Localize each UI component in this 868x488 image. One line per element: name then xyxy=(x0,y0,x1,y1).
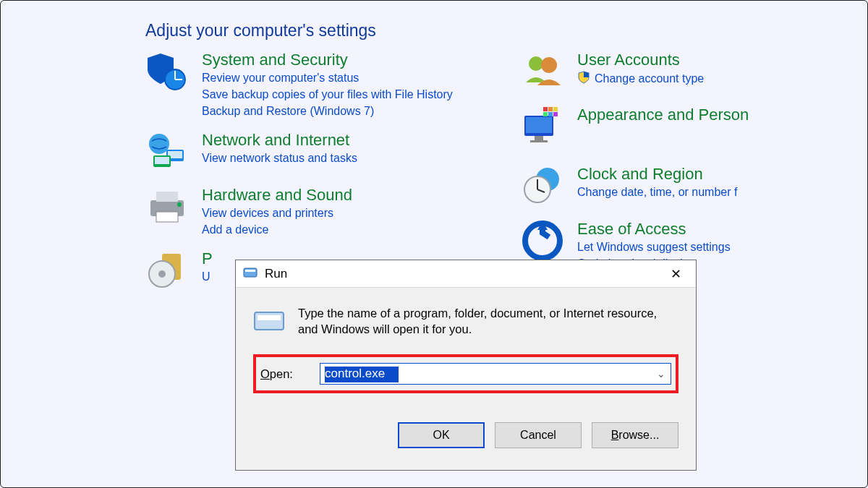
category-clock-region: Clock and Region Change date, time, or n… xyxy=(521,165,867,208)
run-icon xyxy=(253,305,285,340)
ease-access-icon xyxy=(521,220,564,263)
category-title[interactable]: Appearance and Person xyxy=(577,106,749,124)
category-title[interactable]: P xyxy=(202,249,213,268)
category-link[interactable]: View network status and tasks xyxy=(202,151,357,166)
svg-rect-31 xyxy=(255,312,284,330)
category-user-accounts: User Accounts Change account type xyxy=(521,51,867,94)
page-title: Adjust your computer's settings xyxy=(1,1,867,51)
svg-rect-19 xyxy=(543,107,548,111)
cancel-button[interactable]: Cancel xyxy=(495,422,582,448)
category-hardware-sound: Hardware and Sound View devices and prin… xyxy=(145,186,492,238)
run-title: Run xyxy=(265,267,654,281)
category-link[interactable]: Change date, time, or number f xyxy=(577,185,737,200)
svg-rect-17 xyxy=(535,136,543,140)
users-icon xyxy=(521,51,564,94)
category-title[interactable]: System and Security xyxy=(202,51,453,69)
svg-rect-16 xyxy=(526,117,552,133)
svg-rect-5 xyxy=(155,157,169,164)
svg-point-1 xyxy=(149,134,169,154)
category-system-security: System and Security Review your computer… xyxy=(145,51,492,119)
uac-shield-icon xyxy=(577,71,590,87)
globe-network-icon xyxy=(145,131,189,174)
monitor-palette-icon xyxy=(521,106,564,149)
category-link[interactable]: View devices and printers xyxy=(202,206,352,221)
category-title[interactable]: User Accounts xyxy=(577,51,704,69)
svg-rect-24 xyxy=(553,112,558,116)
svg-rect-18 xyxy=(530,140,548,142)
run-titlebar[interactable]: Run ✕ xyxy=(236,260,696,288)
browse-button[interactable]: Browse... xyxy=(592,422,678,448)
category-link[interactable]: Backup and Restore (Windows 7) xyxy=(202,104,453,119)
category-title[interactable]: Ease of Access xyxy=(577,220,731,239)
svg-point-9 xyxy=(177,202,182,207)
category-link[interactable]: Let Windows suggest settings xyxy=(577,240,731,255)
svg-point-14 xyxy=(541,57,557,73)
open-label: Open: xyxy=(260,367,305,381)
svg-rect-30 xyxy=(245,270,255,272)
svg-rect-29 xyxy=(244,268,257,277)
category-link[interactable]: Save backup copies of your files with Fi… xyxy=(202,87,453,103)
category-link[interactable]: Change account type xyxy=(595,72,704,87)
open-row-highlight: Open: ⌄ xyxy=(253,354,678,393)
svg-rect-20 xyxy=(548,107,553,111)
category-network-internet: Network and Internet View network status… xyxy=(145,131,492,174)
svg-rect-32 xyxy=(258,315,281,320)
svg-rect-23 xyxy=(548,112,553,116)
printer-icon xyxy=(145,186,189,229)
category-title[interactable]: Network and Internet xyxy=(202,131,357,150)
svg-rect-7 xyxy=(156,192,178,202)
ok-button[interactable]: OK xyxy=(398,422,485,448)
run-app-icon xyxy=(243,265,258,283)
category-title[interactable]: Hardware and Sound xyxy=(202,186,352,205)
close-button[interactable]: ✕ xyxy=(661,263,690,285)
svg-rect-21 xyxy=(553,107,558,111)
close-icon: ✕ xyxy=(671,266,681,282)
category-title[interactable]: Clock and Region xyxy=(577,165,737,184)
category-link[interactable]: Add a device xyxy=(202,223,352,238)
svg-point-13 xyxy=(529,56,543,71)
category-link[interactable]: Review your computer's status xyxy=(202,71,453,86)
open-combobox[interactable]: ⌄ xyxy=(320,363,671,385)
category-appearance: Appearance and Person xyxy=(521,106,867,149)
disc-box-icon xyxy=(145,249,189,293)
run-description: Type the name of a program, folder, docu… xyxy=(298,305,678,338)
svg-rect-8 xyxy=(156,212,178,222)
category-link[interactable]: U xyxy=(202,270,213,285)
clock-globe-icon xyxy=(521,165,564,208)
open-input[interactable] xyxy=(320,363,671,385)
shield-icon xyxy=(145,51,189,94)
run-dialog: Run ✕ Type the name of a program, folder… xyxy=(235,260,697,471)
svg-point-12 xyxy=(158,270,166,278)
svg-rect-22 xyxy=(543,112,548,116)
